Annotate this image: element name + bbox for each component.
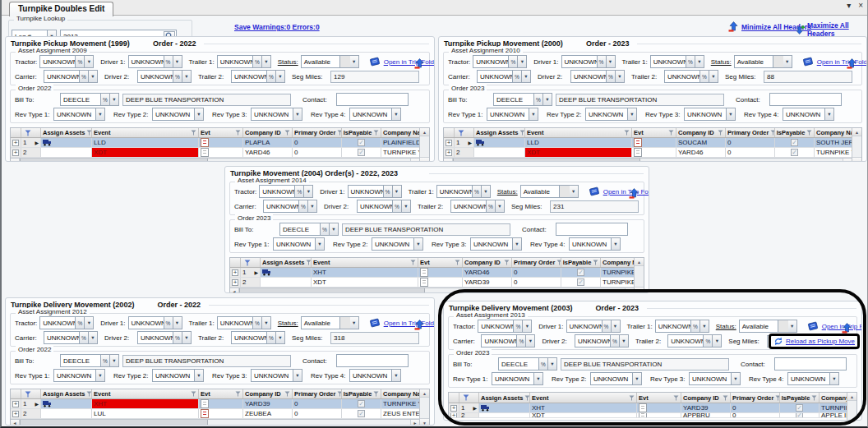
minimize-header-button[interactable]: [414, 58, 425, 72]
scroll-down-icon[interactable]: ▼: [420, 157, 429, 162]
column-header-primary-order[interactable]: Primary Order: [293, 128, 342, 137]
assign-assets-icon[interactable]: [481, 404, 490, 412]
tractor-combo[interactable]: UNKNOWN: [478, 320, 514, 333]
company-name-cell[interactable]: TURNPIKE YA: [601, 278, 634, 287]
driver1-wildcard-button[interactable]: %: [164, 316, 173, 329]
contact-input[interactable]: [336, 354, 409, 367]
trailer2-combo[interactable]: UNKNOWN: [664, 70, 700, 83]
column-header-event[interactable]: Event: [92, 128, 199, 137]
status-combo[interactable]: Available: [301, 316, 340, 329]
maximize-all-headers-button[interactable]: Maximize All Headers: [796, 21, 867, 38]
scroll-down-icon[interactable]: ▼: [852, 157, 861, 162]
rev-type-4-dropdown-button[interactable]: ▾: [830, 372, 839, 385]
driver1-dropdown-button[interactable]: ▾: [607, 55, 616, 68]
company-id-cell[interactable]: APPBRU: [681, 413, 731, 417]
column-filter-icon[interactable]: [373, 391, 379, 397]
column-header-primary-order[interactable]: Primary Order: [293, 389, 342, 398]
column-filter-icon[interactable]: [306, 260, 312, 265]
column-header-company-id[interactable]: Company ID: [681, 393, 731, 403]
scrollbar-thumb[interactable]: [453, 159, 640, 162]
driver2-combo[interactable]: UNKNOWN: [570, 70, 607, 83]
grid-vertical-scrollbar[interactable]: ▲ ▼: [847, 393, 856, 421]
rev-type-1-dropdown-button[interactable]: ▾: [96, 108, 105, 121]
status-combo[interactable]: Available: [520, 185, 560, 198]
column-filter-icon[interactable]: [373, 130, 379, 136]
expand-row-button[interactable]: [446, 140, 452, 146]
rev-type-3-combo[interactable]: UNKNOWN: [251, 369, 293, 382]
rev-type-3-combo[interactable]: UNKNOWN: [470, 237, 513, 251]
event-cell[interactable]: LLD: [525, 138, 632, 147]
tractor-combo[interactable]: UNKNOWN: [473, 55, 509, 68]
rev-type-4-combo[interactable]: UNKNOWN: [349, 108, 392, 121]
expand-row-button[interactable]: [446, 150, 452, 156]
grid-row-1[interactable]: 1▶ XHT YARD39 0 TURNPIKE Y: [449, 403, 847, 413]
rev-type-1-combo[interactable]: UNKNOWN: [53, 369, 96, 382]
tractor-wildcard-button[interactable]: %: [76, 316, 85, 329]
grid-horizontal-scrollbar[interactable]: ◄ ►: [444, 158, 852, 162]
grid-row-2[interactable]: 2▶ XDT YARD46 0 TURNPIKE YA: [11, 148, 419, 158]
grid-row-1[interactable]: 1▶ XHT YARD39 0 TURNPIKE YA: [11, 399, 419, 409]
reload-as-pickup-link[interactable]: Reload as Pickup Move: [786, 338, 855, 345]
column-header-primary-order[interactable]: Primary Order: [726, 128, 775, 137]
scroll-down-icon[interactable]: ▼: [420, 418, 429, 426]
column-header-assign-assets[interactable]: Assign Assets: [474, 128, 525, 137]
carrier-wildcard-button[interactable]: %: [80, 331, 89, 344]
expand-row-button[interactable]: [12, 140, 19, 146]
scroll-right-icon[interactable]: ►: [625, 288, 634, 293]
column-header-is-payable[interactable]: IsPayable: [775, 128, 815, 137]
column-header-assign-assets[interactable]: Assign Assets: [41, 128, 92, 137]
event-document-icon[interactable]: [420, 268, 428, 277]
bill-to-dropdown-button[interactable]: ▾: [548, 357, 557, 370]
company-id-cell[interactable]: YARD39: [463, 278, 512, 287]
company-name-cell[interactable]: TURNPIKE YA: [815, 148, 852, 157]
grid-row-2[interactable]: 2▶ XDT YARD39 0 TURNPIKE YA: [230, 278, 634, 288]
driver2-wildcard-button[interactable]: %: [611, 334, 620, 347]
expand-row-button[interactable]: [450, 405, 457, 412]
column-header-is-payable[interactable]: IsPayable: [780, 393, 820, 403]
tractor-dropdown-button[interactable]: ▾: [85, 55, 94, 68]
scroll-up-icon[interactable]: ▲: [635, 258, 644, 266]
rev-type-4-dropdown-button[interactable]: ▾: [612, 237, 621, 251]
driver1-dropdown-button[interactable]: ▾: [393, 185, 402, 198]
driver2-wildcard-button[interactable]: %: [393, 200, 402, 213]
column-filter-icon[interactable]: [86, 130, 92, 136]
driver2-combo[interactable]: UNKNOWN: [137, 70, 173, 83]
tractor-combo[interactable]: UNKNOWN: [39, 55, 76, 68]
bill-to-dropdown-button[interactable]: ▾: [543, 93, 552, 106]
column-header-company-id[interactable]: Company ID: [243, 389, 293, 398]
rev-type-2-dropdown-button[interactable]: ▾: [414, 237, 423, 251]
event-document-icon[interactable]: [201, 148, 209, 157]
driver1-wildcard-button[interactable]: %: [164, 55, 173, 68]
status-label[interactable]: Status:: [497, 188, 518, 196]
column-filter-icon[interactable]: [191, 391, 196, 397]
trailer2-dropdown-button[interactable]: ▾: [709, 70, 718, 83]
company-name-cell[interactable]: TURNPIKE YA: [381, 399, 419, 408]
save-warnings-link[interactable]: Save Warnings:0 Errors:0: [234, 23, 320, 31]
event-document-icon[interactable]: [634, 138, 642, 147]
event-document-icon[interactable]: [201, 409, 209, 418]
trailer1-wildcard-button[interactable]: %: [253, 316, 262, 329]
bill-to-wildcard-button[interactable]: %: [321, 223, 330, 236]
status-label[interactable]: Status:: [278, 320, 298, 327]
is-payable-checkbox[interactable]: [358, 410, 365, 417]
column-filter-icon[interactable]: [624, 130, 630, 136]
trailer1-combo[interactable]: UNKNOWN: [217, 55, 253, 68]
grid-horizontal-scrollbar[interactable]: ◄ ►: [230, 288, 634, 293]
scroll-left-icon[interactable]: ◄: [11, 159, 20, 162]
rev-type-2-combo[interactable]: UNKNOWN: [585, 108, 628, 121]
grid-row-1[interactable]: 1▶ LLD PLAPLA 0 PLAINFIELD: [11, 138, 419, 148]
trailer1-dropdown-button[interactable]: ▾: [695, 55, 704, 68]
status-combo[interactable]: Available: [301, 55, 340, 68]
trailer2-dropdown-button[interactable]: ▾: [713, 334, 722, 347]
scroll-up-icon[interactable]: ▲: [420, 128, 429, 136]
trailer1-dropdown-button[interactable]: ▾: [700, 320, 709, 333]
tractor-dropdown-button[interactable]: ▾: [304, 185, 313, 198]
driver2-dropdown-button[interactable]: ▾: [402, 200, 411, 213]
rev-type-1-combo[interactable]: UNKNOWN: [273, 237, 316, 251]
driver2-wildcard-button[interactable]: %: [173, 331, 182, 344]
carrier-dropdown-button[interactable]: ▾: [308, 200, 317, 213]
driver1-combo[interactable]: UNKNOWN: [348, 185, 384, 198]
carrier-dropdown-button[interactable]: ▾: [89, 70, 98, 83]
minimize-header-button[interactable]: [847, 58, 857, 72]
column-filter-icon[interactable]: [723, 395, 728, 401]
